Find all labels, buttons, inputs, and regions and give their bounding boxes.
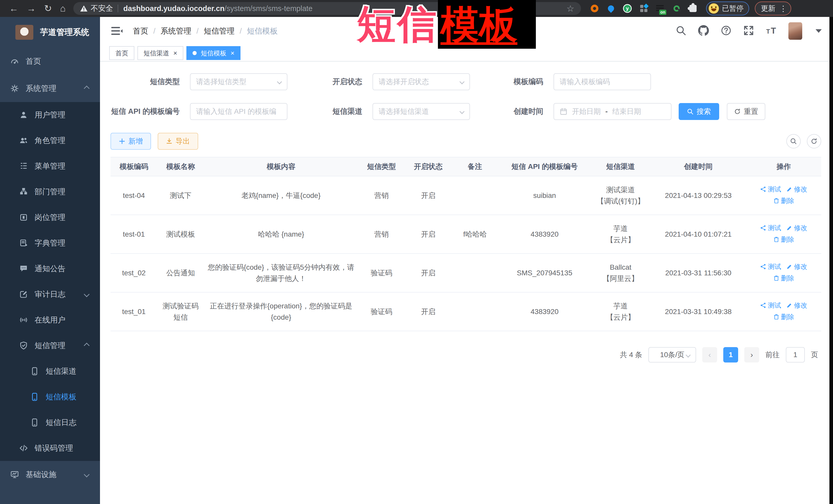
- profile-paused-badge[interactable]: 已暂停: [706, 2, 749, 16]
- delete-link[interactable]: 删除: [773, 196, 794, 206]
- export-button[interactable]: 导出: [158, 133, 198, 150]
- sidebar-item-sms-channel[interactable]: 短信渠道: [0, 358, 100, 384]
- refresh-icon: [734, 108, 741, 115]
- breadcrumb-system[interactable]: 系统管理: [161, 26, 191, 37]
- refresh-table-button[interactable]: [807, 134, 821, 148]
- test-link[interactable]: 测试: [760, 300, 781, 310]
- test-link[interactable]: 测试: [760, 262, 781, 272]
- search-icon[interactable]: [675, 25, 686, 37]
- sms-type-select[interactable]: [190, 73, 287, 90]
- status-select[interactable]: [373, 73, 470, 90]
- reload-icon[interactable]: ↻: [44, 4, 52, 13]
- green-y-extension-icon[interactable]: y: [623, 4, 632, 13]
- table-header-row: 模板编码 模板名称 模板内容 短信类型 开启状态 备注 短信 API 的模板编号…: [111, 157, 821, 176]
- users-icon: [19, 136, 28, 145]
- goto-page-input[interactable]: 1: [786, 347, 805, 362]
- start-date-placeholder[interactable]: 开始日期: [572, 106, 601, 116]
- chevron-down-icon: [84, 291, 90, 297]
- sidebar-item-roles[interactable]: 角色管理: [0, 128, 100, 153]
- green-magnifier-extension-icon[interactable]: [672, 4, 681, 13]
- delete-link[interactable]: 删除: [773, 273, 794, 283]
- show-search-button[interactable]: [786, 134, 801, 148]
- close-icon[interactable]: ×: [231, 50, 234, 56]
- fullscreen-icon[interactable]: [743, 25, 754, 37]
- sidebar-group-audit-log[interactable]: 审计日志: [0, 282, 100, 307]
- sidebar-item-departments[interactable]: 部门管理: [0, 179, 100, 205]
- github-icon[interactable]: [698, 25, 709, 37]
- breadcrumb-sms[interactable]: 短信管理: [204, 26, 235, 37]
- sidebar-group-system[interactable]: 系统管理: [0, 75, 100, 102]
- test-link[interactable]: 测试: [760, 223, 781, 233]
- sidebar-item-menus[interactable]: 菜单管理: [0, 153, 100, 179]
- sidebar-item-online-users[interactable]: 在线用户: [0, 307, 100, 333]
- back-icon[interactable]: ←: [9, 4, 19, 13]
- active-dot-icon: [193, 51, 197, 55]
- edit-link[interactable]: 修改: [786, 262, 807, 272]
- hamburger-icon[interactable]: [111, 26, 123, 35]
- chevron-up-icon: [84, 343, 90, 349]
- sidebar-item-sms-template[interactable]: 短信模板: [0, 384, 100, 410]
- prev-page-button[interactable]: ‹: [702, 347, 717, 362]
- trash-icon: [773, 275, 779, 281]
- forward-icon[interactable]: →: [27, 4, 36, 13]
- address-bar[interactable]: 不安全 dashboard.yudao.iocoder.cn/system/sm…: [73, 2, 581, 15]
- edit-link[interactable]: 修改: [786, 184, 807, 194]
- tab-home[interactable]: 首页: [109, 46, 134, 60]
- caret-down-icon[interactable]: [815, 29, 822, 33]
- template-code-input[interactable]: [553, 73, 651, 90]
- goto-label: 前往: [765, 350, 780, 360]
- next-page-button[interactable]: ›: [744, 347, 759, 362]
- tab-sms-channel[interactable]: 短信渠道 ×: [137, 46, 183, 60]
- pagination: 共 4 条 10条/页 ‹ 1 › 前往 1 页: [111, 347, 821, 362]
- orange-ring-extension-icon[interactable]: [590, 4, 599, 13]
- end-date-placeholder[interactable]: 结束日期: [612, 106, 641, 116]
- bookmark-star-icon[interactable]: ☆: [566, 3, 574, 14]
- brand-title: 芋道管理系统: [40, 27, 89, 38]
- edit-link[interactable]: 修改: [786, 300, 807, 310]
- test-link[interactable]: 测试: [760, 184, 781, 194]
- delete-link[interactable]: 删除: [773, 234, 794, 245]
- channel-label: 短信渠道: [293, 106, 362, 117]
- breadcrumb-home[interactable]: 首页: [133, 26, 148, 37]
- share-icon: [760, 302, 766, 308]
- search-button[interactable]: 搜索: [679, 103, 719, 120]
- list-on-extension-icon[interactable]: on: [656, 4, 665, 13]
- delete-link[interactable]: 删除: [773, 312, 794, 322]
- breadcrumb: 首页 / 系统管理 / 短信管理 / 短信模板: [133, 26, 278, 37]
- puzzle-extensions-icon[interactable]: [689, 4, 697, 13]
- page-size-select[interactable]: 10条/页: [648, 347, 696, 362]
- sidebar-item-sms-log[interactable]: 短信日志: [0, 410, 100, 435]
- sidebar-group-infrastructure[interactable]: 基础设施: [0, 461, 100, 488]
- sidebar-group-sms[interactable]: 短信管理: [0, 333, 100, 358]
- edit-link[interactable]: 修改: [786, 223, 807, 233]
- sidebar-item-error-codes[interactable]: 错误码管理: [0, 435, 100, 461]
- svg-text:T: T: [766, 28, 770, 35]
- chrome-update-button[interactable]: 更新 ⋮: [755, 2, 791, 16]
- sidebar-item-dictionary[interactable]: 字典管理: [0, 230, 100, 256]
- share-icon: [760, 264, 766, 270]
- browser-toolbar: ← → ↻ ⌂ 不安全 dashboard.yudao.iocoder.cn/s…: [0, 0, 833, 17]
- close-icon[interactable]: ×: [173, 50, 177, 56]
- create-time-range[interactable]: 开始日期 - 结束日期: [553, 103, 671, 120]
- blue-pin-extension-icon[interactable]: [606, 4, 615, 13]
- filter-row-1: 短信类型 开启状态 模板编码: [111, 73, 821, 90]
- font-size-icon[interactable]: TT: [766, 25, 777, 37]
- book-pen-icon: [19, 239, 28, 247]
- tab-sms-template[interactable]: 短信模板 ×: [186, 46, 240, 60]
- sidebar-item-notices[interactable]: 通知公告: [0, 256, 100, 282]
- reset-button[interactable]: 重置: [727, 103, 765, 120]
- add-button[interactable]: 新增: [111, 133, 151, 150]
- table-row: test_02 公告通知 您的验证码{code}，该验证码5分钟内有效，请勿泄漏…: [111, 254, 821, 292]
- scrollbar-strip[interactable]: [829, 17, 833, 504]
- current-page[interactable]: 1: [723, 347, 738, 362]
- home-icon[interactable]: ⌂: [60, 4, 66, 13]
- sidebar-item-users[interactable]: 用户管理: [0, 102, 100, 128]
- sidebar-item-home[interactable]: 首页: [0, 48, 100, 75]
- avatar[interactable]: [788, 22, 802, 40]
- grid-extension-icon[interactable]: [639, 4, 648, 13]
- channel-select[interactable]: [373, 103, 470, 120]
- sidebar-item-positions[interactable]: 岗位管理: [0, 205, 100, 230]
- api-template-id-input[interactable]: [190, 103, 287, 120]
- help-icon[interactable]: [721, 25, 732, 37]
- menu-dots-icon[interactable]: ⋮: [779, 4, 787, 13]
